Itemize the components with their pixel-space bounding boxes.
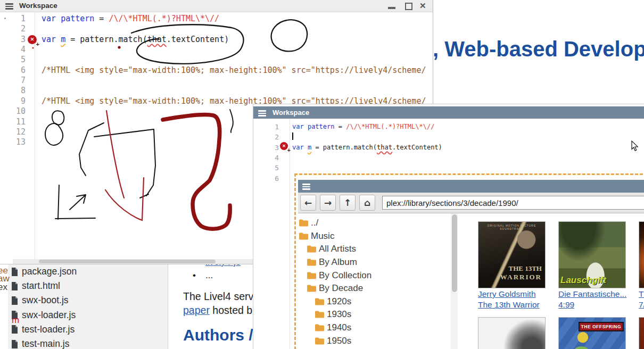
folder-item-1950s[interactable]: 1950s (298, 334, 451, 347)
scrollbar-thumb[interactable] (452, 214, 457, 292)
line-number-1: 1 (0, 14, 26, 24)
code-token: var (42, 35, 56, 44)
folder-label: Music (311, 231, 334, 242)
code-token: = pattern.match( (311, 144, 377, 151)
album-link[interactable]: Jerry Goldsmith (478, 290, 547, 299)
code-token: = (335, 123, 346, 130)
gutter-separator (290, 119, 290, 349)
code-line-6[interactable]: /*HTML <img style="max-width:100%; max-h… (42, 65, 426, 76)
paragraph-line2: hosted b (210, 304, 252, 316)
folder-tree: ../MusicAll ArtistsBy AlbumBy Collection… (298, 213, 451, 349)
album-link[interactable]: 4:99 (558, 301, 628, 310)
line-number-6: 6 (0, 65, 26, 76)
minimize-button[interactable] (388, 7, 395, 9)
home-button[interactable]: ⌂ (359, 195, 375, 211)
workspace-window-2: Workspace 123456 var pattern = /\/\*HTML… (253, 104, 644, 349)
line-number-6: 6 (253, 173, 279, 184)
maximize-button[interactable] (405, 3, 412, 10)
album-link[interactable]: The 13th Warrior (478, 301, 547, 310)
line-number-8: 8 (0, 86, 26, 96)
plus-icon: + (36, 41, 39, 47)
error-badge-icon[interactable]: + (280, 142, 288, 150)
forward-button[interactable]: → (320, 195, 336, 211)
line-number-4: 4 (253, 153, 279, 163)
code-line-1[interactable]: var pattern = /\/\*HTML(.*)?HTML\*\// (42, 14, 219, 24)
album-cover[interactable]: ORIGINAL MOTION PICTURE SOUNDTRACKTHE 13… (478, 221, 546, 288)
folder-icon (315, 311, 324, 318)
album-cover[interactable]: Lauschgift (558, 221, 626, 288)
folder-item-[interactable]: ../ (298, 217, 451, 230)
file-icon (11, 282, 18, 290)
folder-item-bycollection[interactable]: By Collection (298, 269, 451, 282)
menu-icon[interactable] (258, 110, 266, 118)
vertical-scrollbar[interactable] (451, 213, 458, 349)
album-link[interactable]: Die Fantastische... (558, 290, 628, 299)
album-cover[interactable]: AMERICANHISTORYX (478, 317, 546, 349)
line-number-13: 13 (0, 137, 26, 147)
file-item[interactable]: start.html (8, 279, 168, 293)
line-number-3: 3 (253, 143, 279, 153)
gutter-separator (35, 12, 35, 259)
folder-item-bydecade[interactable]: By Decade (298, 282, 451, 295)
text-cursor (292, 132, 293, 140)
window-titlebar[interactable]: Workspace ✕ (0, 0, 433, 12)
line-number-11: 11 (0, 117, 26, 127)
window-title: Workspace (19, 0, 57, 12)
code-line-1[interactable]: var pattern = /\/\*HTML(.*)?HTML\*\// (292, 122, 434, 132)
bullet-ellipsis: ... (205, 270, 213, 280)
file-panel: package.jsonstart.htmlswx-boot.jsswx-loa… (8, 263, 168, 349)
folder-item-allartists[interactable]: All Artists (298, 243, 451, 256)
embedded-browser-container: ← → ↑ ⌂ ../MusicAll ArtistsBy AlbumBy Co… (294, 173, 644, 349)
close-icon[interactable]: ✕ (419, 1, 426, 11)
window-title: Workspace (273, 106, 309, 119)
file-item[interactable]: swx-boot.js (8, 293, 168, 308)
code-token: .textContent) (392, 144, 442, 151)
folder-label: 1950s (327, 336, 351, 346)
code-line-3[interactable]: var m = pattern.match(that.textContent) (42, 35, 229, 45)
file-item[interactable]: test-loader.js (8, 322, 168, 337)
folder-item-1940s[interactable]: 1940s (298, 321, 451, 335)
code-token: that (147, 35, 167, 44)
back-button[interactable]: ← (300, 195, 316, 211)
code-token (56, 14, 61, 23)
folder-item-1920s[interactable]: 1920s (298, 295, 451, 309)
menu-icon[interactable] (302, 184, 310, 191)
pen-maroon-stroke (163, 115, 230, 229)
code-line-2[interactable] (292, 132, 293, 142)
album-cover[interactable] (639, 317, 644, 349)
window-titlebar[interactable]: Workspace (253, 106, 644, 119)
edge-text-fragment: m (12, 315, 19, 326)
url-input[interactable] (382, 196, 644, 210)
album-cover[interactable] (639, 221, 644, 288)
file-item[interactable]: swx-loader.js (8, 308, 168, 322)
album-link[interactable]: Th (639, 290, 644, 299)
folder-label: 1940s (327, 322, 351, 333)
code-token: = (94, 14, 109, 23)
album-link[interactable]: 7/1 (639, 301, 644, 310)
folder-icon (315, 324, 324, 331)
paper-link[interactable]: paper (183, 304, 210, 316)
error-badge-icon[interactable]: + (28, 35, 37, 44)
line-number-5: 5 (253, 163, 279, 173)
line-number-7: 7 (0, 76, 26, 86)
folder-item-1930s[interactable]: 1930s (298, 308, 451, 321)
up-button[interactable]: ↑ (340, 195, 356, 211)
screen: { "colors":{"accent_blue":"#1b4f9c","tit… (0, 0, 644, 349)
folder-item-byalbum[interactable]: By Album (298, 256, 451, 269)
line-number-3: 3 (0, 35, 26, 45)
file-item[interactable]: package.json (8, 264, 168, 279)
edge-text-fragment: ex (0, 282, 7, 293)
line-number-4: 4 (0, 45, 26, 55)
line-number-1: 1 (253, 122, 279, 132)
code-token (56, 35, 61, 44)
browser-titlebar[interactable] (298, 180, 644, 193)
folder-item-music[interactable]: Music (298, 230, 451, 243)
album-cover[interactable]: THE OFFSPRING (558, 317, 626, 349)
scrollbar-thumb[interactable] (39, 260, 216, 263)
line-number-2: 2 (0, 24, 26, 34)
folder-icon (315, 337, 324, 345)
file-item[interactable]: test-main.js (8, 337, 168, 349)
menu-icon[interactable] (5, 3, 13, 11)
file-icon (11, 296, 18, 305)
code-line-3[interactable]: var m = pattern.match(that.textContent) (292, 143, 442, 153)
